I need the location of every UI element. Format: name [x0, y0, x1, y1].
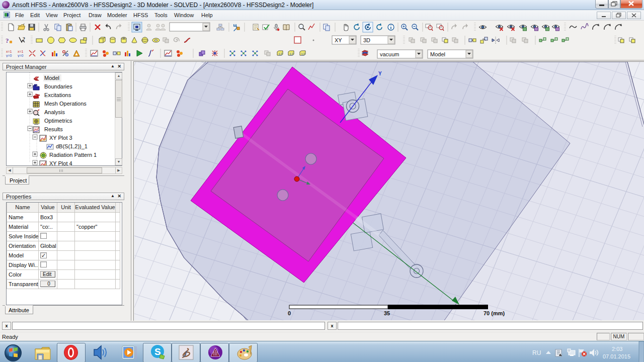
svg-text:XY Plot 4: XY Plot 4 [49, 160, 72, 165]
svg-text:XY: XY [335, 37, 342, 43]
svg-text:70 (mm): 70 (mm) [484, 310, 505, 316]
svg-text:0: 0 [288, 310, 291, 316]
svg-text:3D: 3D [363, 37, 370, 43]
svg-text:Boundaries: Boundaries [44, 83, 72, 89]
svg-text:Radiation Pattern 1: Radiation Pattern 1 [49, 152, 97, 158]
svg-text:Model: Model [430, 51, 445, 57]
svg-text:RU: RU [532, 349, 541, 356]
svg-text:Results: Results [44, 126, 63, 132]
svg-text:S: S [154, 346, 161, 357]
svg-text:Analysis: Analysis [44, 109, 65, 115]
svg-text:35: 35 [384, 310, 390, 316]
svg-text:Y: Y [378, 71, 382, 76]
svg-text:07.01.2015: 07.01.2015 [603, 353, 630, 359]
svg-text:2:03: 2:03 [612, 346, 622, 352]
svg-text:Excitations: Excitations [44, 92, 71, 98]
svg-text:Optimetrics: Optimetrics [44, 118, 72, 124]
svg-text:XY Plot 3: XY Plot 3 [49, 135, 72, 141]
svg-text:vacuum: vacuum [380, 51, 399, 57]
svg-text:dB(S(1,2))_1: dB(S(1,2))_1 [56, 143, 88, 149]
svg-text:Model: Model [44, 75, 59, 81]
svg-text:Mesh Operations: Mesh Operations [44, 101, 87, 107]
